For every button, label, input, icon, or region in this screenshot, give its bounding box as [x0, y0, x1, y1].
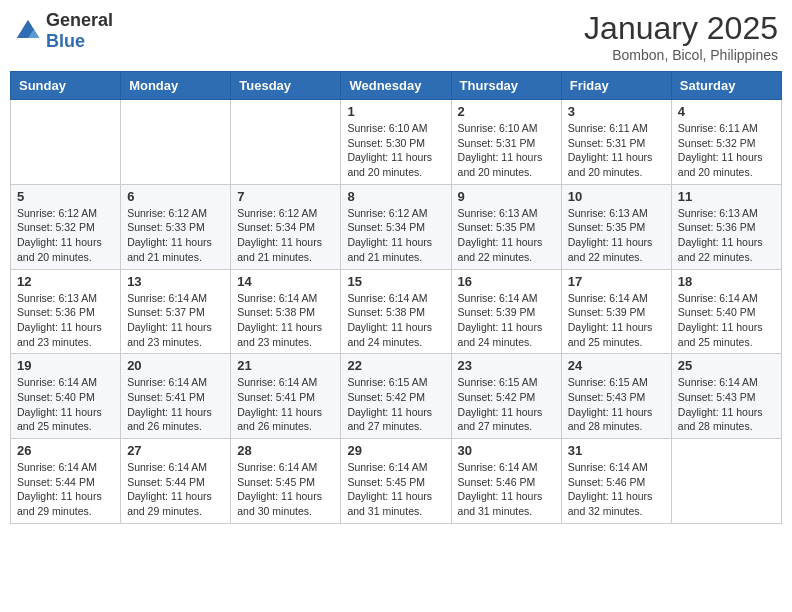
calendar-cell: 13Sunrise: 6:14 AMSunset: 5:37 PMDayligh…	[121, 269, 231, 354]
day-number: 13	[127, 274, 224, 289]
day-info: Sunrise: 6:13 AMSunset: 5:36 PMDaylight:…	[17, 291, 114, 350]
weekday-header-thursday: Thursday	[451, 72, 561, 100]
day-info: Sunrise: 6:14 AMSunset: 5:46 PMDaylight:…	[568, 460, 665, 519]
title-block: January 2025 Bombon, Bicol, Philippines	[584, 10, 778, 63]
day-info: Sunrise: 6:14 AMSunset: 5:44 PMDaylight:…	[17, 460, 114, 519]
calendar-cell	[11, 100, 121, 185]
day-number: 10	[568, 189, 665, 204]
logo-blue: Blue	[46, 31, 85, 51]
calendar-cell: 11Sunrise: 6:13 AMSunset: 5:36 PMDayligh…	[671, 184, 781, 269]
week-row-4: 19Sunrise: 6:14 AMSunset: 5:40 PMDayligh…	[11, 354, 782, 439]
day-number: 27	[127, 443, 224, 458]
day-info: Sunrise: 6:12 AMSunset: 5:32 PMDaylight:…	[17, 206, 114, 265]
day-number: 7	[237, 189, 334, 204]
day-number: 17	[568, 274, 665, 289]
week-row-1: 1Sunrise: 6:10 AMSunset: 5:30 PMDaylight…	[11, 100, 782, 185]
logo: General Blue	[14, 10, 113, 52]
calendar-cell: 9Sunrise: 6:13 AMSunset: 5:35 PMDaylight…	[451, 184, 561, 269]
day-number: 16	[458, 274, 555, 289]
weekday-header-row: SundayMondayTuesdayWednesdayThursdayFrid…	[11, 72, 782, 100]
day-number: 24	[568, 358, 665, 373]
day-number: 1	[347, 104, 444, 119]
day-info: Sunrise: 6:14 AMSunset: 5:46 PMDaylight:…	[458, 460, 555, 519]
day-info: Sunrise: 6:12 AMSunset: 5:34 PMDaylight:…	[347, 206, 444, 265]
day-number: 14	[237, 274, 334, 289]
day-info: Sunrise: 6:14 AMSunset: 5:43 PMDaylight:…	[678, 375, 775, 434]
calendar-cell: 29Sunrise: 6:14 AMSunset: 5:45 PMDayligh…	[341, 439, 451, 524]
month-title: January 2025	[584, 10, 778, 47]
day-number: 20	[127, 358, 224, 373]
day-number: 29	[347, 443, 444, 458]
day-number: 5	[17, 189, 114, 204]
calendar-cell: 30Sunrise: 6:14 AMSunset: 5:46 PMDayligh…	[451, 439, 561, 524]
day-number: 15	[347, 274, 444, 289]
weekday-header-friday: Friday	[561, 72, 671, 100]
day-number: 11	[678, 189, 775, 204]
day-info: Sunrise: 6:14 AMSunset: 5:38 PMDaylight:…	[237, 291, 334, 350]
calendar-cell: 17Sunrise: 6:14 AMSunset: 5:39 PMDayligh…	[561, 269, 671, 354]
day-info: Sunrise: 6:11 AMSunset: 5:31 PMDaylight:…	[568, 121, 665, 180]
day-info: Sunrise: 6:14 AMSunset: 5:39 PMDaylight:…	[568, 291, 665, 350]
day-number: 8	[347, 189, 444, 204]
day-number: 19	[17, 358, 114, 373]
calendar-cell: 26Sunrise: 6:14 AMSunset: 5:44 PMDayligh…	[11, 439, 121, 524]
day-info: Sunrise: 6:12 AMSunset: 5:34 PMDaylight:…	[237, 206, 334, 265]
calendar-cell: 24Sunrise: 6:15 AMSunset: 5:43 PMDayligh…	[561, 354, 671, 439]
day-number: 18	[678, 274, 775, 289]
day-info: Sunrise: 6:14 AMSunset: 5:38 PMDaylight:…	[347, 291, 444, 350]
calendar-cell	[121, 100, 231, 185]
day-number: 12	[17, 274, 114, 289]
day-number: 6	[127, 189, 224, 204]
day-info: Sunrise: 6:15 AMSunset: 5:42 PMDaylight:…	[347, 375, 444, 434]
day-info: Sunrise: 6:13 AMSunset: 5:36 PMDaylight:…	[678, 206, 775, 265]
day-number: 9	[458, 189, 555, 204]
weekday-header-monday: Monday	[121, 72, 231, 100]
day-number: 28	[237, 443, 334, 458]
calendar-cell	[671, 439, 781, 524]
weekday-header-saturday: Saturday	[671, 72, 781, 100]
day-info: Sunrise: 6:14 AMSunset: 5:41 PMDaylight:…	[127, 375, 224, 434]
day-number: 3	[568, 104, 665, 119]
day-info: Sunrise: 6:11 AMSunset: 5:32 PMDaylight:…	[678, 121, 775, 180]
day-info: Sunrise: 6:14 AMSunset: 5:40 PMDaylight:…	[17, 375, 114, 434]
day-info: Sunrise: 6:14 AMSunset: 5:40 PMDaylight:…	[678, 291, 775, 350]
calendar-cell: 2Sunrise: 6:10 AMSunset: 5:31 PMDaylight…	[451, 100, 561, 185]
day-info: Sunrise: 6:15 AMSunset: 5:43 PMDaylight:…	[568, 375, 665, 434]
calendar-cell: 18Sunrise: 6:14 AMSunset: 5:40 PMDayligh…	[671, 269, 781, 354]
calendar-cell: 1Sunrise: 6:10 AMSunset: 5:30 PMDaylight…	[341, 100, 451, 185]
day-info: Sunrise: 6:14 AMSunset: 5:45 PMDaylight:…	[237, 460, 334, 519]
calendar-cell: 3Sunrise: 6:11 AMSunset: 5:31 PMDaylight…	[561, 100, 671, 185]
day-info: Sunrise: 6:14 AMSunset: 5:44 PMDaylight:…	[127, 460, 224, 519]
day-info: Sunrise: 6:15 AMSunset: 5:42 PMDaylight:…	[458, 375, 555, 434]
calendar-cell: 12Sunrise: 6:13 AMSunset: 5:36 PMDayligh…	[11, 269, 121, 354]
weekday-header-sunday: Sunday	[11, 72, 121, 100]
calendar-cell: 8Sunrise: 6:12 AMSunset: 5:34 PMDaylight…	[341, 184, 451, 269]
day-info: Sunrise: 6:13 AMSunset: 5:35 PMDaylight:…	[568, 206, 665, 265]
location-subtitle: Bombon, Bicol, Philippines	[584, 47, 778, 63]
day-info: Sunrise: 6:12 AMSunset: 5:33 PMDaylight:…	[127, 206, 224, 265]
day-info: Sunrise: 6:13 AMSunset: 5:35 PMDaylight:…	[458, 206, 555, 265]
calendar-cell	[231, 100, 341, 185]
day-number: 31	[568, 443, 665, 458]
calendar-cell: 16Sunrise: 6:14 AMSunset: 5:39 PMDayligh…	[451, 269, 561, 354]
calendar-cell: 6Sunrise: 6:12 AMSunset: 5:33 PMDaylight…	[121, 184, 231, 269]
calendar-cell: 22Sunrise: 6:15 AMSunset: 5:42 PMDayligh…	[341, 354, 451, 439]
day-info: Sunrise: 6:14 AMSunset: 5:39 PMDaylight:…	[458, 291, 555, 350]
logo-icon	[14, 17, 42, 45]
page-header: General Blue January 2025 Bombon, Bicol,…	[10, 10, 782, 63]
calendar-cell: 4Sunrise: 6:11 AMSunset: 5:32 PMDaylight…	[671, 100, 781, 185]
calendar-cell: 15Sunrise: 6:14 AMSunset: 5:38 PMDayligh…	[341, 269, 451, 354]
day-number: 23	[458, 358, 555, 373]
calendar-table: SundayMondayTuesdayWednesdayThursdayFrid…	[10, 71, 782, 524]
week-row-3: 12Sunrise: 6:13 AMSunset: 5:36 PMDayligh…	[11, 269, 782, 354]
calendar-cell: 7Sunrise: 6:12 AMSunset: 5:34 PMDaylight…	[231, 184, 341, 269]
calendar-cell: 23Sunrise: 6:15 AMSunset: 5:42 PMDayligh…	[451, 354, 561, 439]
day-number: 22	[347, 358, 444, 373]
weekday-header-wednesday: Wednesday	[341, 72, 451, 100]
weekday-header-tuesday: Tuesday	[231, 72, 341, 100]
day-info: Sunrise: 6:10 AMSunset: 5:30 PMDaylight:…	[347, 121, 444, 180]
calendar-cell: 19Sunrise: 6:14 AMSunset: 5:40 PMDayligh…	[11, 354, 121, 439]
day-info: Sunrise: 6:14 AMSunset: 5:45 PMDaylight:…	[347, 460, 444, 519]
day-info: Sunrise: 6:14 AMSunset: 5:37 PMDaylight:…	[127, 291, 224, 350]
calendar-cell: 21Sunrise: 6:14 AMSunset: 5:41 PMDayligh…	[231, 354, 341, 439]
